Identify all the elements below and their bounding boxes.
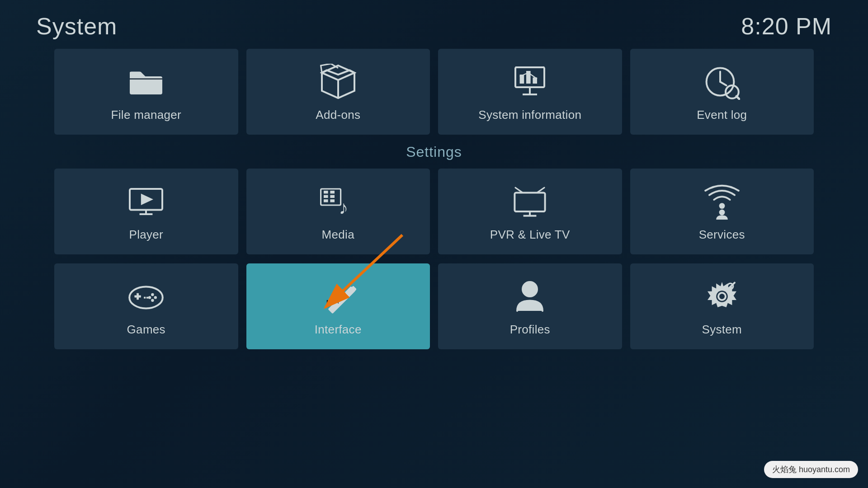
tile-event-log[interactable]: Event log bbox=[630, 49, 814, 135]
tile-media-label: Media bbox=[322, 228, 354, 242]
svg-text:♪: ♪ bbox=[339, 197, 348, 218]
tile-pvr-label: PVR & Live TV bbox=[490, 228, 570, 242]
svg-point-39 bbox=[151, 299, 154, 301]
svg-point-37 bbox=[154, 296, 157, 299]
svg-line-11 bbox=[720, 82, 726, 85]
tile-system[interactable]: System bbox=[630, 263, 814, 349]
folder-icon bbox=[128, 64, 164, 100]
tile-interface[interactable]: Interface bbox=[246, 263, 430, 349]
svg-rect-35 bbox=[137, 293, 139, 299]
interface-icon bbox=[320, 278, 356, 314]
tile-services-label: Services bbox=[699, 228, 745, 242]
tile-profiles-label: Profiles bbox=[510, 323, 550, 337]
svg-rect-24 bbox=[330, 199, 335, 202]
tile-file-manager[interactable]: File manager bbox=[54, 49, 238, 135]
svg-rect-26 bbox=[515, 192, 545, 211]
svg-line-13 bbox=[736, 96, 740, 100]
settings-row-1: Player ♪ Media bbox=[54, 169, 814, 254]
system-icon bbox=[704, 278, 740, 314]
profiles-icon bbox=[512, 278, 548, 314]
tile-add-ons[interactable]: Add-ons bbox=[246, 49, 430, 135]
top-tiles-row: File manager Add-ons bbox=[54, 49, 814, 135]
tile-interface-label: Interface bbox=[315, 323, 362, 337]
svg-marker-15 bbox=[141, 193, 153, 205]
tile-profiles[interactable]: Profiles bbox=[438, 263, 622, 349]
tile-player[interactable]: Player bbox=[54, 169, 238, 254]
svg-rect-19 bbox=[324, 191, 328, 193]
svg-rect-41 bbox=[146, 296, 148, 298]
services-icon bbox=[704, 183, 740, 220]
svg-point-50 bbox=[523, 282, 537, 296]
svg-rect-47 bbox=[339, 286, 356, 303]
svg-rect-21 bbox=[324, 195, 328, 197]
clock: 8:20 PM bbox=[741, 13, 832, 40]
pvr-icon bbox=[512, 183, 548, 220]
tile-pvr[interactable]: PVR & Live TV bbox=[438, 169, 622, 254]
tile-add-ons-label: Add-ons bbox=[316, 108, 360, 122]
tile-event-log-label: Event log bbox=[697, 108, 747, 122]
svg-point-32 bbox=[719, 209, 725, 215]
svg-point-38 bbox=[148, 296, 151, 299]
header: System 8:20 PM bbox=[0, 0, 868, 49]
tile-file-manager-label: File manager bbox=[111, 108, 181, 122]
player-icon bbox=[128, 183, 164, 220]
tile-system-information[interactable]: System information bbox=[438, 49, 622, 135]
tile-services[interactable]: Services bbox=[630, 169, 814, 254]
settings-label: Settings bbox=[54, 144, 814, 160]
tile-games[interactable]: Games bbox=[54, 263, 238, 349]
tile-games-label: Games bbox=[127, 323, 165, 337]
tile-media[interactable]: ♪ Media bbox=[246, 169, 430, 254]
settings-row-2: Games Interface bbox=[54, 263, 814, 349]
presentation-icon bbox=[512, 64, 548, 100]
main-content: File manager Add-ons bbox=[0, 49, 868, 349]
watermark: 火焰兔 huoyantu.com bbox=[764, 461, 858, 478]
svg-rect-22 bbox=[330, 195, 335, 197]
tile-player-label: Player bbox=[129, 228, 164, 242]
media-icon: ♪ bbox=[320, 183, 356, 220]
tile-system-information-label: System information bbox=[478, 108, 581, 122]
page-title: System bbox=[36, 13, 117, 40]
svg-rect-20 bbox=[330, 191, 335, 193]
event-log-icon bbox=[704, 64, 740, 100]
svg-rect-40 bbox=[144, 296, 146, 298]
games-icon bbox=[128, 278, 164, 314]
tile-system-label: System bbox=[702, 323, 742, 337]
svg-point-33 bbox=[129, 286, 163, 308]
svg-rect-23 bbox=[324, 199, 328, 202]
svg-point-36 bbox=[151, 293, 154, 296]
svg-point-31 bbox=[719, 203, 725, 209]
box-icon bbox=[320, 64, 356, 100]
